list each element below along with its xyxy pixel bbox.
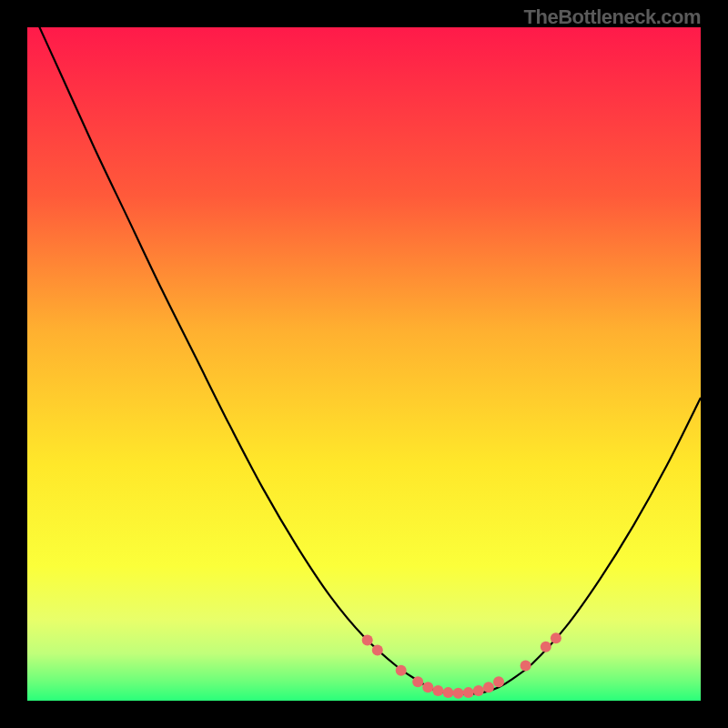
- highlight-dot: [541, 642, 551, 652]
- highlight-dot: [372, 645, 383, 656]
- highlight-dot: [396, 665, 407, 676]
- plot-area: [27, 27, 701, 701]
- highlight-dot: [493, 676, 504, 687]
- highlight-dot: [412, 676, 423, 687]
- highlight-dot: [453, 688, 464, 699]
- highlight-dot: [463, 687, 474, 698]
- bottleneck-curve: [27, 27, 701, 694]
- highlight-dot: [551, 632, 561, 643]
- highlight-dot: [521, 661, 531, 672]
- highlight-dot: [483, 682, 494, 693]
- highlight-dot: [443, 687, 454, 698]
- watermark-text: TheBottleneck.com: [524, 5, 701, 29]
- highlight-dot: [432, 685, 443, 696]
- highlight-dot: [422, 682, 433, 693]
- highlight-dot: [362, 634, 373, 645]
- chart-frame: TheBottleneck.com: [0, 0, 728, 728]
- curve-layer: [27, 27, 701, 701]
- highlight-dot: [473, 685, 484, 696]
